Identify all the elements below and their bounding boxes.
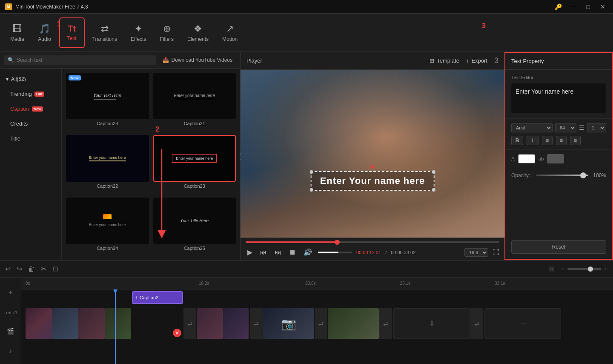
close-button[interactable]: ✕ xyxy=(598,3,608,11)
fullscreen-button[interactable]: ⛶ xyxy=(493,249,499,256)
progress-fill xyxy=(246,241,337,243)
zoom-out-button[interactable]: − xyxy=(561,265,564,273)
sidebar-item-credits[interactable]: Credits xyxy=(0,116,61,131)
next-frame-button[interactable]: ⏭ xyxy=(273,248,283,257)
ruler-mark-3: 28.1s xyxy=(400,281,410,286)
spacing-select[interactable]: 1 1.5 2 xyxy=(587,123,606,132)
toolbar-motion[interactable]: ↗ Motion xyxy=(216,17,243,48)
minimize-button[interactable]: ─ xyxy=(570,3,579,11)
volume-slider[interactable] xyxy=(318,252,352,253)
timeline-content: + Track1 🎬 ♪ 0s 18.2s 23.6s 28.1s 33.1s xyxy=(0,278,613,364)
zoom-in-button[interactable]: + xyxy=(604,265,608,273)
toolbar: 🎞 Media 🎵 Audio Tt Text ⇄ Transitions ✦ … xyxy=(0,14,613,52)
opacity-slider[interactable] xyxy=(536,175,588,176)
add-track-icon[interactable]: + xyxy=(6,288,15,297)
audio-label: Audio xyxy=(38,36,51,42)
cut-button[interactable]: ✂ xyxy=(41,265,46,273)
transition-3: ⇄ xyxy=(315,308,327,339)
caption-label: Caption xyxy=(10,106,29,112)
timeline-toolbar: ↩ ↪ 🗑 ✂ ⊡ ⊞ − + xyxy=(0,261,613,278)
opacity-row: Opacity: 100% xyxy=(511,172,606,178)
text-editor-box[interactable]: Enter Your name here xyxy=(511,83,606,113)
video-segment-2 xyxy=(197,308,249,339)
zoom-handle xyxy=(588,267,593,272)
bold-button[interactable]: B xyxy=(511,136,523,145)
new-badge-28: New xyxy=(69,75,81,80)
reset-button[interactable]: Reset xyxy=(511,240,606,254)
template-button[interactable]: ⊞ Template xyxy=(430,57,459,64)
playhead-line xyxy=(115,289,116,364)
opacity-handle xyxy=(580,172,586,178)
thumb23-content: Enter your name here xyxy=(154,136,235,181)
play-button[interactable]: ▶ xyxy=(246,247,254,257)
video-thumb-5 xyxy=(197,308,223,339)
elements-icon: ❖ xyxy=(194,23,202,34)
font-row: Arial 64 48 32 ☰ 1 1.5 2 xyxy=(511,123,606,132)
zoom-slider[interactable] xyxy=(567,268,602,270)
prev-frame-button[interactable]: ⏮ xyxy=(258,248,269,257)
trending-badge: Hot xyxy=(34,92,44,97)
sidebar-item-caption[interactable]: Caption New xyxy=(0,101,61,116)
caption-card-25[interactable]: Your Title Here Caption25 xyxy=(153,198,236,255)
toolbar-media[interactable]: 🎞 Media xyxy=(4,17,30,48)
restore-button[interactable]: □ xyxy=(584,3,593,11)
thumb23-text: Enter your name here xyxy=(176,156,213,161)
video-thumb-2 xyxy=(52,308,78,339)
redo-button[interactable]: ↪ xyxy=(17,265,22,273)
toolbar-effects[interactable]: ✦ Effects xyxy=(125,17,152,48)
aspect-ratio-select[interactable]: 16:9 9:16 1:1 xyxy=(464,248,488,257)
toolbar-filters[interactable]: ⊕ Filters xyxy=(154,17,180,48)
caption-card-21[interactable]: Enter your name here Caption21 xyxy=(153,73,236,131)
shadow-color-swatch[interactable] xyxy=(547,154,564,163)
key-icon[interactable]: 🔑 xyxy=(552,3,564,11)
export-button[interactable]: ↑ Export xyxy=(466,57,487,64)
align-right-button[interactable]: ≡ xyxy=(570,136,581,145)
media-icon: 🎞 xyxy=(12,23,22,34)
style-row: B I ≡ ≡ ≡ xyxy=(511,136,606,145)
video-segment-1: ✕ xyxy=(26,308,183,339)
font-color-swatch[interactable] xyxy=(518,154,535,163)
caption-clip[interactable]: T Caption2 xyxy=(132,291,183,304)
toolbar-elements[interactable]: ❖ Elements xyxy=(181,17,215,48)
progress-bar[interactable] xyxy=(246,241,499,243)
caption-card-24[interactable]: Enter your name here Caption24 xyxy=(66,198,149,255)
music-track-icon: ♪ xyxy=(9,347,12,354)
search-input[interactable] xyxy=(17,57,152,63)
caption-card-22[interactable]: Enter your name here Caption22 xyxy=(66,135,149,193)
align-left-button[interactable]: ≡ xyxy=(542,136,553,145)
delete-button[interactable]: 🗑 xyxy=(28,265,35,273)
caption-overlay[interactable]: Enter Your name here xyxy=(311,171,435,191)
sidebar-item-title[interactable]: Title xyxy=(0,131,61,146)
caption-card-28[interactable]: New Your Text Here Caption28 xyxy=(66,73,149,131)
caption-thumb-24: Enter your name here xyxy=(66,198,149,244)
caption-name-24: Caption24 xyxy=(66,246,149,251)
sidebar-item-all[interactable]: ▾ All(52) xyxy=(0,72,61,86)
music-track-icon-wrap: ♪ xyxy=(9,347,12,354)
playhead-top xyxy=(113,289,117,294)
transition-1: ⇄ xyxy=(183,308,196,339)
media-label: Media xyxy=(10,36,24,42)
progress-handle[interactable] xyxy=(335,240,340,245)
expand-button[interactable]: 3 xyxy=(494,56,498,65)
player-controls: ▶ ⏮ ⏭ ⏹ 🔊 00:00:12:01 / 00:00:33:02 16:9… xyxy=(241,238,504,260)
stop-button[interactable]: ⏹ xyxy=(287,248,298,257)
toolbar-text[interactable]: Tt Text xyxy=(59,17,85,48)
transition-icon-4: ⇄ xyxy=(383,320,388,327)
font-select[interactable]: Arial xyxy=(511,123,553,132)
sidebar-item-trending[interactable]: Trending Hot xyxy=(0,86,61,101)
italic-button[interactable]: I xyxy=(527,136,539,145)
toolbar-transitions[interactable]: ⇄ Transitions xyxy=(86,17,123,48)
font-size-select[interactable]: 64 48 32 xyxy=(555,123,576,132)
thumb28-text: Your Text Here xyxy=(94,92,121,97)
crop-button[interactable]: ⊡ xyxy=(52,265,58,273)
effects-icon: ✦ xyxy=(135,23,142,34)
track1-label: Track1 xyxy=(3,310,17,315)
align-center-button[interactable]: ≡ xyxy=(556,136,567,145)
undo-button[interactable]: ↩ xyxy=(5,265,11,273)
thumb24-content: Enter your name here xyxy=(67,198,148,243)
caption-card-23[interactable]: Enter your name here Caption23 xyxy=(153,135,236,193)
toolbar-audio[interactable]: 🎵 Audio xyxy=(32,17,57,48)
download-button[interactable]: 📥 Download YouTube Videos xyxy=(159,55,236,65)
camera-thumb: 📷 xyxy=(263,308,314,339)
delete-segment-icon[interactable]: ✕ xyxy=(173,329,181,337)
